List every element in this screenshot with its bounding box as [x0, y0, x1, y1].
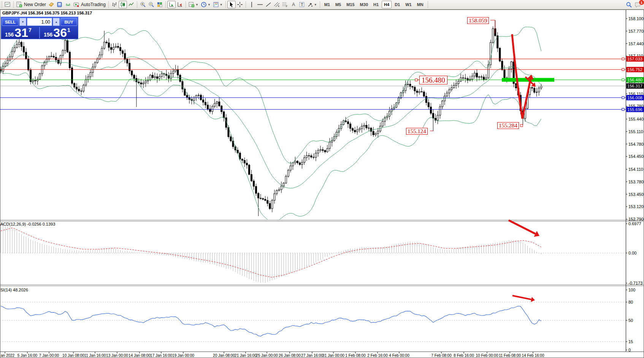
- svg-text:155.440: 155.440: [628, 117, 644, 121]
- level-handle[interactable]: [622, 79, 624, 81]
- tab-timeframe-mn[interactable]: MN: [415, 1, 426, 8]
- level-handle[interactable]: [622, 97, 624, 99]
- notifications-button[interactable]: 1: [633, 1, 642, 8]
- svg-text:156.480: 156.480: [627, 78, 642, 82]
- one-click-trading-panel: SELL ▼ ▲ BUY 156 31 7 156 36 1: [1, 17, 78, 39]
- zoom-in-button[interactable]: [139, 1, 147, 8]
- templates-button[interactable]: ▼: [212, 1, 224, 8]
- zoom-out-button[interactable]: [147, 1, 155, 8]
- sell-price-figure: 156: [5, 32, 14, 37]
- vertical-line-button[interactable]: [247, 1, 256, 8]
- svg-text:14 Feb 16:00: 14 Feb 16:00: [522, 353, 544, 358]
- svg-text:14 Jan 08:00: 14 Jan 08:00: [128, 353, 151, 358]
- autotrading-button[interactable]: AutoTrading: [72, 1, 107, 8]
- tile-windows-button[interactable]: [155, 1, 164, 8]
- crosshair-icon: [237, 2, 243, 8]
- new-order-label: New Order: [24, 2, 46, 7]
- autotrading-label: AutoTrading: [81, 2, 106, 7]
- horizontal-line-icon: [257, 2, 263, 8]
- metaeditor-button[interactable]: [56, 1, 64, 8]
- bar-chart-button[interactable]: [110, 1, 119, 8]
- new-chart-button[interactable]: [3, 1, 12, 8]
- sell-price[interactable]: 156 31 7: [2, 27, 38, 38]
- svg-text:154.110: 154.110: [628, 167, 643, 172]
- svg-text:F: F: [286, 5, 287, 8]
- new-order-icon: [16, 2, 22, 8]
- svg-text:10 Feb 00:00: 10 Feb 00:00: [476, 353, 498, 358]
- svg-text:8 Feb 16:00: 8 Feb 16:00: [454, 353, 474, 358]
- tab-timeframe-h1[interactable]: H1: [371, 1, 381, 8]
- line-chart-button[interactable]: [127, 1, 135, 8]
- toolbar-grip: [1, 2, 3, 8]
- svg-text:100: 100: [628, 288, 635, 292]
- new-order-button[interactable]: New Order: [15, 1, 47, 8]
- volume-input[interactable]: [27, 18, 52, 26]
- periods-button[interactable]: ▼: [200, 1, 212, 8]
- tab-timeframe-m30[interactable]: M30: [358, 1, 370, 8]
- signals-button[interactable]: [64, 1, 72, 8]
- svg-text:17 Jan 16:00: 17 Jan 16:00: [150, 353, 172, 358]
- buy-price-point: 1: [67, 27, 70, 33]
- svg-text:11 Feb 08:00: 11 Feb 08:00: [499, 353, 521, 358]
- annotation-high-price[interactable]: 158.059: [467, 17, 489, 24]
- channel-button[interactable]: E: [273, 1, 281, 8]
- fibonacci-button[interactable]: F: [281, 1, 289, 8]
- sell-button[interactable]: SELL: [2, 18, 19, 26]
- arrows-button[interactable]: ▼: [306, 1, 318, 8]
- tab-timeframe-h4[interactable]: H4: [382, 1, 392, 8]
- tile-windows-icon: [157, 2, 163, 8]
- vertical-line-icon: [249, 2, 255, 8]
- trendline-button[interactable]: [264, 1, 273, 8]
- tab-timeframe-m15[interactable]: M15: [344, 1, 357, 8]
- svg-text:80: 80: [628, 300, 633, 304]
- annotation-swing-low-price[interactable]: 155.124: [406, 128, 428, 135]
- candlestick-chart-button[interactable]: [119, 1, 127, 8]
- buy-price-pips: 36: [53, 27, 67, 38]
- search-icon: [626, 2, 632, 8]
- horizontal-line-button[interactable]: [256, 1, 264, 8]
- chart-canvas[interactable]: 158.100157.770157.440157.110156.780156.4…: [0, 0, 644, 358]
- svg-text:1 Feb 08:00: 1 Feb 08:00: [345, 353, 366, 358]
- buy-price[interactable]: 156 36 1: [41, 27, 77, 38]
- level-handle[interactable]: [622, 58, 624, 60]
- cursor-button[interactable]: [227, 1, 236, 8]
- svg-text:156.008: 156.008: [627, 95, 642, 100]
- bar-chart-icon: [111, 2, 117, 8]
- svg-text:-0.7173: -0.7173: [628, 281, 642, 285]
- crosshair-button[interactable]: [236, 1, 244, 8]
- level-handle[interactable]: [622, 108, 624, 111]
- svg-text:155.696: 155.696: [627, 107, 642, 112]
- tab-timeframe-m5[interactable]: M5: [333, 1, 343, 8]
- tab-timeframe-m1[interactable]: M1: [322, 1, 332, 8]
- arrow-objects-icon: [307, 2, 313, 8]
- auto-scroll-button[interactable]: [167, 1, 176, 8]
- text-button[interactable]: A: [289, 1, 298, 8]
- volume-increase-button[interactable]: ▲: [53, 18, 60, 26]
- annotation-low-price[interactable]: 155.284: [497, 122, 519, 129]
- indicators-icon: [189, 2, 195, 8]
- tab-timeframe-d1[interactable]: D1: [392, 1, 402, 8]
- volume-decrease-button[interactable]: ▼: [19, 18, 26, 26]
- sell-price-pips: 31: [14, 27, 28, 38]
- buy-button[interactable]: BUY: [60, 18, 77, 26]
- svg-text:26 Jan 08:00: 26 Jan 08:00: [279, 353, 301, 358]
- tab-timeframe-w1[interactable]: W1: [403, 1, 414, 8]
- svg-text:157.770: 157.770: [628, 29, 644, 33]
- timeframe-bar: M1M5M15M30H1H4D1W1MN: [322, 1, 426, 8]
- level-handle[interactable]: [622, 68, 624, 71]
- search-button[interactable]: [625, 1, 633, 8]
- svg-text:156.317: 156.317: [627, 84, 642, 88]
- svg-text:20 Jan 08:00: 20 Jan 08:00: [213, 353, 235, 358]
- chart-shift-button[interactable]: [176, 1, 184, 8]
- chevron-down-icon[interactable]: ▼: [208, 3, 211, 6]
- indicators-button[interactable]: ▼: [187, 1, 200, 8]
- svg-text:153.120: 153.120: [628, 204, 644, 209]
- cursor-icon: [228, 2, 235, 8]
- market-watch-button[interactable]: [47, 1, 56, 8]
- chevron-down-icon[interactable]: ▼: [314, 3, 317, 6]
- fibonacci-icon: F: [282, 2, 288, 8]
- annotation-resistance-price[interactable]: 156.480: [419, 76, 447, 84]
- text-label-button[interactable]: T: [298, 1, 306, 8]
- chevron-down-icon[interactable]: ▼: [195, 3, 198, 6]
- chevron-down-icon[interactable]: ▼: [220, 3, 223, 6]
